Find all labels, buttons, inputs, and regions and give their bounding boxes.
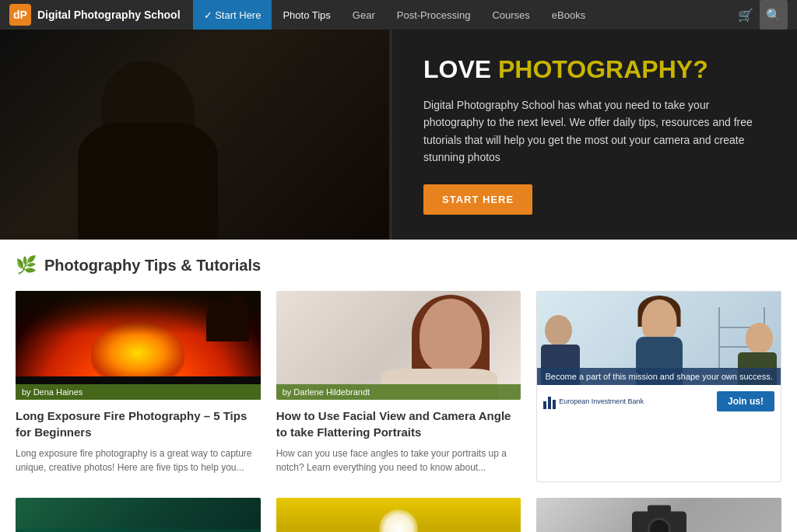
bottom-img-teal-bg — [16, 498, 261, 532]
fire-silhouettes — [191, 295, 253, 341]
card-fire-image: by Dena Haines — [16, 291, 261, 400]
card-portrait-author: by Darlene Hildebrandt — [276, 384, 521, 400]
nav-item-start-here[interactable]: ✓ Start Here — [193, 0, 272, 30]
bottom-card-teal[interactable] — [16, 498, 261, 532]
nav-item-courses[interactable]: Courses — [481, 0, 540, 30]
card-fire: by Dena Haines Long Exposure Fire Photog… — [16, 291, 261, 482]
ad-overlay-text: Become a part of this mission and shape … — [537, 368, 781, 385]
camera-top — [648, 506, 671, 513]
nav-item-ebooks[interactable]: eBooks — [541, 0, 596, 30]
fire-bg — [16, 291, 261, 400]
ad-image: Become a part of this mission and shape … — [537, 292, 781, 385]
eib-bar-chart — [543, 394, 556, 409]
brand-icon: dP — [9, 4, 31, 26]
ad-bg: Become a part of this mission and shape … — [537, 292, 781, 385]
fire-person-2 — [206, 299, 226, 341]
ad-footer: European Investment Bank Join us! — [537, 385, 781, 418]
advertisement-card: Become a part of this mission and shape … — [536, 291, 781, 482]
navigation: dP Digital Photography School ✓ Start He… — [0, 0, 797, 30]
eib-bar-2 — [548, 397, 551, 409]
hero-section: LOVE PHOTOGRAPHY? Digital Photography Sc… — [0, 30, 797, 240]
card-portrait-body: How to Use Facial View and Camera Angle … — [276, 400, 521, 482]
card-portrait-excerpt: How can you use face angles to take your… — [276, 446, 521, 474]
portrait-figure — [357, 291, 497, 400]
hero-title: LOVE PHOTOGRAPHY? — [423, 54, 766, 84]
hero-description: Digital Photography School has what you … — [423, 96, 766, 166]
ad-man-right-head — [746, 323, 773, 354]
bottom-card-yellow[interactable] — [276, 498, 521, 532]
eib-bar-3 — [553, 400, 556, 409]
hero-content: LOVE PHOTOGRAPHY? Digital Photography Sc… — [392, 30, 797, 240]
card-fire-body: Long Exposure Fire Photography – 5 Tips … — [16, 400, 261, 482]
articles-grid: by Dena Haines Long Exposure Fire Photog… — [16, 291, 781, 482]
eib-bar-1 — [543, 401, 546, 409]
nav-item-post-processing[interactable]: Post-Processing — [386, 0, 482, 30]
card-fire-author: by Dena Haines — [16, 384, 261, 400]
portrait-bg — [276, 291, 521, 400]
camera-lens — [648, 517, 671, 532]
brand-icon-text: dP — [13, 9, 27, 21]
eib-logo: European Investment Bank — [543, 394, 644, 409]
cart-button[interactable]: 🛒 — [732, 0, 760, 30]
hero-title-part1: LOVE — [423, 55, 498, 83]
card-fire-title[interactable]: Long Exposure Fire Photography – 5 Tips … — [16, 408, 261, 440]
ad-man-left-head — [545, 315, 572, 346]
brand-name: Digital Photography School — [37, 9, 181, 21]
section-icon: 🌿 — [16, 255, 37, 275]
fire-person-1 — [226, 295, 249, 341]
nav-item-gear[interactable]: Gear — [342, 0, 386, 30]
card-portrait-title[interactable]: How to Use Facial View and Camera Angle … — [276, 408, 521, 440]
eib-org-name: European Investment Bank — [559, 397, 644, 405]
ad-woman-head — [641, 299, 676, 342]
nav-links: ✓ Start Here Photo Tips Gear Post-Proces… — [193, 0, 788, 30]
search-button[interactable]: 🔍 — [760, 0, 788, 30]
hero-title-highlight: PHOTOGRAPHY? — [498, 55, 708, 83]
bottom-img-yellow-bg — [276, 498, 521, 532]
section-title-text: Photography Tips & Tutorials — [44, 257, 261, 275]
brand-logo[interactable]: dP Digital Photography School — [9, 4, 181, 26]
card-fire-excerpt: Long exposure fire photography is a grea… — [16, 446, 261, 474]
ad-join-button[interactable]: Join us! — [717, 391, 774, 411]
nav-item-photo-tips[interactable]: Photo Tips — [272, 0, 341, 30]
main-content: 🌿 Photography Tips & Tutorials by Dena H… — [0, 240, 797, 532]
portrait-head — [420, 299, 482, 373]
bottom-card-camera[interactable] — [536, 498, 781, 532]
card-portrait: by Darlene Hildebrandt How to Use Facial… — [276, 291, 521, 482]
camera-body — [632, 512, 686, 533]
hero-cta-button[interactable]: START HERE — [423, 184, 532, 215]
hero-overlay — [0, 30, 389, 240]
section-header: 🌿 Photography Tips & Tutorials — [16, 255, 781, 275]
bottom-img-camera-bg — [536, 498, 781, 532]
bottom-cards — [16, 498, 781, 532]
card-portrait-image: by Darlene Hildebrandt — [276, 291, 521, 400]
hero-background — [0, 30, 389, 240]
